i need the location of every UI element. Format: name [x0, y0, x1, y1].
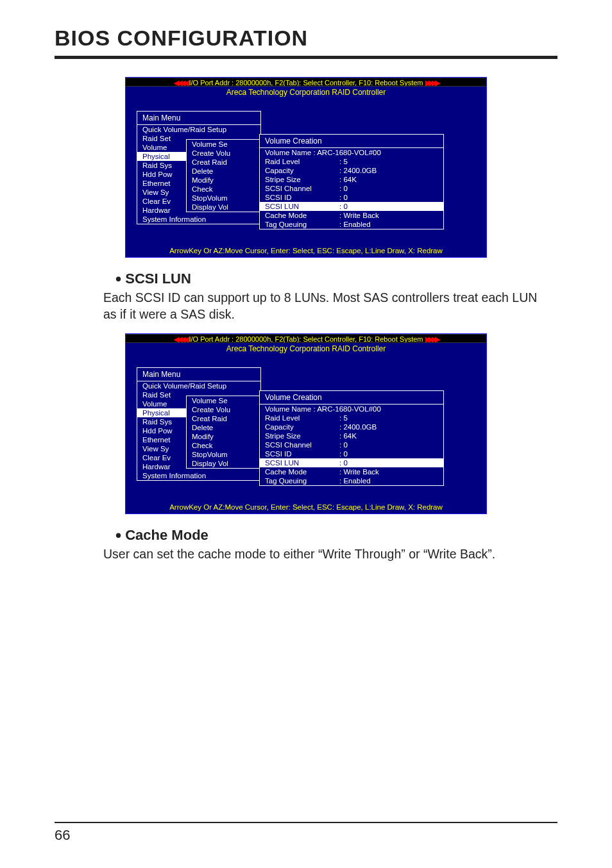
bios-subheader: Areca Technology Corporation RAID Contro…	[126, 344, 486, 353]
volume-creation-row-cache_mode[interactable]: Cache Mode: Write Back	[260, 467, 443, 476]
vc-label: Stripe Size	[265, 432, 339, 440]
vc-label: Raid Level	[265, 414, 339, 422]
volume-creation-row-volume_name[interactable]: Volume Name : ARC-1680-VOL#00	[260, 405, 443, 413]
volume-creation-row-tag_queuing[interactable]: Tag Queuing: Enabled	[260, 476, 443, 485]
bullet-icon: •	[115, 269, 121, 288]
vc-value: : Enabled	[339, 477, 371, 485]
vc-value: : Write Back	[339, 212, 379, 219]
volume-submenu-box: Volume SeCreate VoluCreat RaidDeleteModi…	[186, 396, 260, 469]
main-menu-title: Main Menu	[137, 112, 260, 125]
page-number: 66	[55, 827, 70, 844]
vc-value: : 0	[339, 185, 348, 192]
bullet-icon: •	[115, 526, 121, 545]
volume-creation-title: Volume Creation	[260, 391, 443, 405]
vc-value: : 0	[339, 450, 348, 458]
volume-submenu-item[interactable]: Volume Se	[187, 140, 260, 149]
vc-value: : 5	[339, 414, 348, 422]
vc-value: : 0	[339, 441, 348, 449]
volume-creation-row-cache_mode[interactable]: Cache Mode: Write Back	[260, 211, 443, 220]
vc-field: Volume Name : ARC-1680-VOL#00	[265, 405, 381, 413]
vc-field: Volume Name : ARC-1680-VOL#00	[265, 149, 381, 156]
volume-creation-box: Volume CreationVolume Name : ARC-1680-VO…	[259, 390, 444, 486]
bios-footer-help: ArrowKey Or AZ:Move Cursor, Enter: Selec…	[126, 503, 486, 511]
volume-creation-row-volume_name[interactable]: Volume Name : ARC-1680-VOL#00	[260, 148, 443, 157]
vc-label: Tag Queuing	[265, 221, 339, 228]
vc-value: : 2400.0GB	[339, 423, 377, 431]
volume-creation-row-scsi_lun[interactable]: SCSI LUN: 0	[260, 202, 443, 211]
vc-value: : Write Back	[339, 468, 379, 476]
volume-submenu-item[interactable]: Check	[187, 441, 260, 450]
volume-submenu-item[interactable]: Modify	[187, 432, 260, 441]
vc-label: Cache Mode	[265, 212, 339, 219]
main-menu-item[interactable]: Quick Volume/Raid Setup	[137, 381, 260, 390]
main-menu-item[interactable]: System Information	[137, 471, 260, 480]
volume-creation-row-scsi_id[interactable]: SCSI ID: 0	[260, 449, 443, 458]
vc-value: : 64K	[339, 176, 357, 183]
volume-submenu-item[interactable]: Display Vol	[187, 203, 260, 212]
section-heading-cache-mode: • Cache Mode	[115, 526, 557, 546]
volume-submenu-item[interactable]: Create Volu	[187, 149, 260, 158]
vc-label: Raid Level	[265, 158, 339, 165]
bios-header-banner: ◀◀◀◀I/O Port Addr : 28000000h, F2(Tab): …	[126, 334, 486, 343]
bios-header-banner: ◀◀◀◀I/O Port Addr : 28000000h, F2(Tab): …	[126, 78, 486, 87]
arrow-left-icon: ◀◀◀◀	[172, 335, 189, 343]
title-rule	[55, 56, 557, 59]
volume-submenu-item[interactable]: Delete	[187, 423, 260, 432]
volume-creation-row-raid_level[interactable]: Raid Level: 5	[260, 413, 443, 422]
main-menu-title: Main Menu	[137, 368, 260, 381]
bios-subheader: Areca Technology Corporation RAID Contro…	[126, 88, 486, 97]
vc-label: Tag Queuing	[265, 477, 339, 485]
vc-label: SCSI Channel	[265, 441, 339, 449]
volume-creation-row-raid_level[interactable]: Raid Level: 5	[260, 157, 443, 166]
vc-label: SCSI ID	[265, 194, 339, 201]
vc-label: Capacity	[265, 423, 339, 431]
vc-label: Capacity	[265, 167, 339, 174]
vc-value: : 0	[339, 203, 348, 210]
section-heading-scsi-lun: • SCSI LUN	[115, 269, 557, 289]
page-title: BIOS CONFIGURATION	[55, 26, 557, 51]
volume-creation-row-stripe_size[interactable]: Stripe Size: 64K	[260, 175, 443, 184]
volume-submenu-item[interactable]: Check	[187, 185, 260, 194]
volume-submenu-box: Volume SeCreate VoluCreat RaidDeleteModi…	[186, 139, 260, 212]
bios-footer-help: ArrowKey Or AZ:Move Cursor, Enter: Selec…	[126, 247, 486, 255]
vc-label: Stripe Size	[265, 176, 339, 183]
vc-label: SCSI LUN	[265, 203, 339, 210]
vc-label: Cache Mode	[265, 468, 339, 476]
vc-label: SCSI ID	[265, 450, 339, 458]
vc-value: : 0	[339, 194, 348, 201]
section-body-scsi-lun: Each SCSI ID can support up to 8 LUNs. M…	[103, 289, 546, 323]
bios-screen: ◀◀◀◀I/O Port Addr : 28000000h, F2(Tab): …	[125, 333, 487, 514]
volume-creation-title: Volume Creation	[260, 135, 443, 148]
arrow-right-icon: ▶▶▶▶	[423, 79, 440, 87]
volume-submenu-item[interactable]: StopVolum	[187, 194, 260, 203]
arrow-right-icon: ▶▶▶▶	[423, 335, 440, 343]
vc-value: : 2400.0GB	[339, 167, 377, 174]
vc-value: : 64K	[339, 432, 357, 440]
volume-creation-row-capacity[interactable]: Capacity: 2400.0GB	[260, 166, 443, 175]
vc-value: : Enabled	[339, 221, 371, 228]
bios-screen: ◀◀◀◀I/O Port Addr : 28000000h, F2(Tab): …	[125, 77, 487, 258]
volume-creation-row-scsi_channel[interactable]: SCSI Channel: 0	[260, 184, 443, 193]
volume-submenu-item[interactable]: Volume Se	[187, 396, 260, 405]
volume-creation-box: Volume CreationVolume Name : ARC-1680-VO…	[259, 134, 444, 230]
volume-creation-row-scsi_id[interactable]: SCSI ID: 0	[260, 193, 443, 202]
volume-submenu-item[interactable]: Delete	[187, 167, 260, 176]
volume-submenu-item[interactable]: Modify	[187, 176, 260, 185]
volume-submenu-item[interactable]: StopVolum	[187, 450, 260, 459]
volume-submenu-item[interactable]: Creat Raid	[187, 414, 260, 423]
main-menu-item[interactable]: System Information	[137, 215, 260, 224]
section-body-cache-mode: User can set the cache mode to either “W…	[103, 546, 546, 562]
vc-value: : 5	[339, 158, 348, 165]
volume-creation-row-tag_queuing[interactable]: Tag Queuing: Enabled	[260, 220, 443, 229]
vc-label: SCSI LUN	[265, 459, 339, 467]
main-menu-item[interactable]: Quick Volume/Raid Setup	[137, 125, 260, 134]
vc-label: SCSI Channel	[265, 185, 339, 192]
volume-creation-row-stripe_size[interactable]: Stripe Size: 64K	[260, 431, 443, 440]
volume-creation-row-scsi_channel[interactable]: SCSI Channel: 0	[260, 440, 443, 449]
volume-submenu-item[interactable]: Create Volu	[187, 405, 260, 414]
volume-submenu-item[interactable]: Creat Raid	[187, 158, 260, 167]
volume-creation-row-capacity[interactable]: Capacity: 2400.0GB	[260, 422, 443, 431]
vc-value: : 0	[339, 459, 348, 467]
volume-creation-row-scsi_lun[interactable]: SCSI LUN: 0	[260, 458, 443, 467]
volume-submenu-item[interactable]: Display Vol	[187, 459, 260, 468]
